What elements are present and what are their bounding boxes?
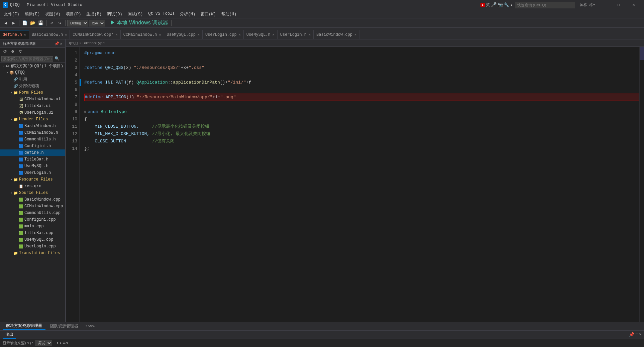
output-clear-btn[interactable]: ⬆ [56, 341, 59, 346]
tab-close-icon[interactable]: ✕ [198, 33, 200, 37]
bottom-tab[interactable]: 解决方案资源管理器 [3, 322, 45, 330]
tree-group-外部依赖项[interactable]: 🔗外部依赖项 [0, 83, 65, 89]
tree-item-file[interactable]: 🟦UseMySQL.h [0, 163, 65, 169]
star-icon[interactable]: ✦ [510, 2, 513, 8]
file-tab[interactable]: CCMainWindow.h✕ [121, 30, 164, 39]
panel-minimize-icon[interactable]: ─ [636, 332, 638, 337]
tree-item-root[interactable]: ▸🗂解决方案'QtQQ'(1 个项目) [0, 63, 65, 69]
menu-item[interactable]: 调试(D) [104, 10, 125, 18]
tree-item-file[interactable]: 🖼CCMainWindow.ui [0, 96, 65, 103]
sidebar-pin-icon[interactable]: 📌 [55, 41, 59, 46]
menu-item[interactable]: 生成(B) [84, 10, 104, 18]
tree-item-file[interactable]: 🟩BasicWindow.cpp [0, 196, 65, 203]
sidebar-close-icon[interactable]: ✕ [60, 41, 62, 46]
tree-item-file[interactable]: 🖼TitleBar.ui [0, 103, 65, 109]
menu-item[interactable]: 分析(N) [177, 10, 198, 18]
tree-item-file[interactable]: 🟦BasicWindow.h [0, 123, 65, 129]
code-line[interactable]: #define APP_ICON(i) ":/Resources/MainWin… [84, 94, 639, 101]
tree-item-file[interactable]: 🟦CCMainWindow.h [0, 129, 65, 136]
undo-btn[interactable]: ↩ [48, 19, 56, 27]
tree-item-file[interactable]: 🟦Configini.h [0, 143, 65, 149]
file-tab[interactable]: CCMainWindow.cpp*✕ [70, 30, 120, 39]
tab-close-icon[interactable]: ✕ [354, 33, 356, 37]
panel-pin-icon[interactable]: 📌 [629, 332, 634, 337]
back-btn[interactable]: ◀ [2, 19, 9, 27]
output-scroll-btn[interactable]: ⬇ [60, 341, 62, 346]
sidebar-filter-btn[interactable]: ▽ [17, 48, 24, 55]
file-tab[interactable]: BasicWindow.cpp✕ [314, 30, 359, 39]
file-tab[interactable]: UserLogin.h✕ [278, 30, 314, 39]
quick-search-input[interactable] [515, 2, 575, 8]
menu-item[interactable]: 编辑(E) [22, 10, 43, 18]
tree-group-FormFiles[interactable]: ▾📁Form Files [0, 89, 65, 96]
lang-switch[interactable]: 英 [486, 2, 490, 8]
search-icon[interactable]: 🔍 [55, 56, 60, 61]
menu-item[interactable]: 项目(P) [63, 10, 84, 18]
output-filter-btn[interactable]: ⚙ [66, 341, 68, 346]
bottom-tab[interactable]: 团队资源管理器 [47, 323, 82, 330]
file-tab[interactable]: UseMySQL.cpp✕ [164, 30, 203, 39]
file-tab[interactable]: define.h✕ [0, 30, 29, 39]
camera-icon[interactable]: 📷 [498, 2, 503, 8]
menu-item[interactable]: 视图(V) [42, 10, 63, 18]
close-button[interactable]: ✕ [626, 0, 641, 10]
scroll-overview[interactable] [639, 47, 644, 322]
new-btn[interactable]: 📄 [21, 19, 28, 27]
output-source-select[interactable]: 调试 [35, 340, 52, 346]
sidebar-props-btn[interactable]: ⚙ [9, 48, 16, 55]
file-tab[interactable]: UseMySQL.h✕ [244, 30, 278, 39]
output-panel-tab[interactable]: 输出 [3, 331, 16, 339]
sidebar-search-input[interactable] [1, 56, 53, 62]
tab-close-icon[interactable]: ✕ [24, 33, 26, 37]
tab-close-icon[interactable]: ✕ [239, 33, 241, 37]
platform-select[interactable]: x64 [89, 20, 105, 26]
tree-group-TranslationFiles[interactable]: 📁Translation Files [0, 250, 65, 256]
sidebar-sync-btn[interactable]: ⟳ [1, 48, 9, 55]
file-tab[interactable]: BasicWindow.h✕ [29, 30, 70, 39]
tab-close-icon[interactable]: ✕ [273, 33, 275, 37]
tree-item-file[interactable]: 🟦UserLogin.h [0, 169, 65, 176]
tree-item-file[interactable]: 📋res.qrc [0, 183, 65, 190]
maximize-button[interactable]: □ [611, 0, 626, 10]
minimize-button[interactable]: ─ [595, 0, 611, 10]
menu-item[interactable]: 测试(S) [125, 10, 146, 18]
tab-close-icon[interactable]: ✕ [116, 33, 118, 37]
output-wrap-btn[interactable]: ≡ [63, 341, 65, 346]
tree-item-file[interactable]: 🟩UseMySQL.cpp [0, 236, 65, 243]
tree-item-file[interactable]: 🟩CommonUtils.cpp [0, 210, 65, 216]
menu-item[interactable]: 文件(F) [1, 10, 22, 18]
redo-btn[interactable]: ↪ [56, 19, 64, 27]
tree-group-HeaderFiles[interactable]: ▾📁Header Files [0, 116, 65, 123]
collapse-icon[interactable]: ⊟ [84, 108, 86, 116]
tree-group-SourceFiles[interactable]: ▾📁Source Files [0, 190, 65, 196]
file-tab[interactable]: UserLogin.cpp✕ [203, 30, 244, 39]
panel-close-icon[interactable]: ✕ [639, 332, 641, 337]
forward-btn[interactable]: ▶ [10, 19, 17, 27]
tree-group-引用[interactable]: 🔗引用 [0, 76, 65, 83]
run-debug-button[interactable]: ▶ 本地 Windows 调试器 [109, 19, 170, 26]
tab-close-icon[interactable]: ✕ [65, 33, 67, 37]
mic-icon[interactable]: 🎤 [491, 2, 497, 8]
tab-close-icon[interactable]: ✕ [309, 33, 311, 37]
debug-config-select[interactable]: Debug [67, 20, 88, 26]
tree-item-file[interactable]: 🟩main.cpp [0, 223, 65, 230]
tree-item-project[interactable]: ▾📦QTQQ [0, 69, 65, 76]
tab-close-icon[interactable]: ✕ [159, 33, 161, 37]
code-body[interactable]: #pragma once#define QRC_QSS(x) ":/Resour… [81, 47, 639, 322]
tree-group-ResourceFiles[interactable]: ▾📁Resource Files [0, 176, 65, 183]
tree-item-file[interactable]: 🟩Configini.cpp [0, 216, 65, 223]
tree-item-file[interactable]: 🟦define.h [0, 149, 65, 156]
tree-item-file[interactable]: 🟦TitleBar.h [0, 156, 65, 163]
tools-icon[interactable]: 🔧 [504, 2, 509, 8]
menu-item[interactable]: 帮助(H) [219, 10, 239, 18]
tree-item-file[interactable]: 🖼UserLogin.ui [0, 109, 65, 116]
tree-item-label: CCMainWindow.cpp [24, 204, 63, 209]
menu-item[interactable]: 窗口(W) [198, 10, 219, 18]
menu-item[interactable]: Qt VS Tools [145, 10, 177, 18]
tree-item-file[interactable]: 🟩CCMainWindow.cpp [0, 203, 65, 210]
tree-item-file[interactable]: 🟩UserLogin.cpp [0, 243, 65, 250]
tree-item-file[interactable]: 🟩TitleBar.cpp [0, 230, 65, 236]
open-btn[interactable]: 📂 [29, 19, 36, 27]
save-btn[interactable]: 💾 [37, 19, 44, 27]
tree-item-file[interactable]: 🟦CommonUtils.h [0, 136, 65, 143]
